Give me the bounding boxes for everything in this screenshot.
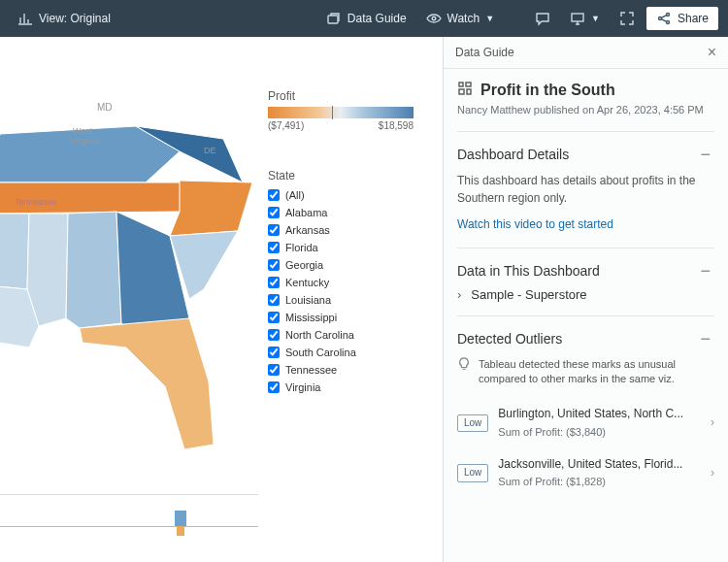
state-filter-item[interactable]: Alabama [268,204,423,221]
state-checkbox[interactable] [268,381,280,393]
outlier-tag: Low [457,464,488,482]
gradient-bar [268,107,414,118]
state-filter-item[interactable]: South Carolina [268,344,423,361]
chevron-right-icon: › [457,287,461,302]
state-checkbox[interactable] [268,224,280,236]
view-label: View: Original [39,12,111,25]
state-filter-item[interactable]: Kentucky [268,274,423,291]
data-in-dashboard-header[interactable]: Data in This Dashboard − [457,262,714,280]
viz-region: MD DE West Virginia Tennessee Profit ($7… [0,37,443,562]
svg-text:MD: MD [97,102,113,113]
color-legend: Profit ($7,491) $18,598 [268,89,423,131]
state-checkbox[interactable] [268,277,280,288]
svg-point-4 [658,17,661,20]
state-filter-item[interactable]: Tennessee [268,361,423,379]
state-arkansas[interactable] [0,214,29,289]
svg-text:Virginia: Virginia [70,136,99,146]
svg-point-5 [666,21,669,24]
svg-rect-12 [466,83,471,86]
state-filter-item[interactable]: Virginia [268,379,423,396]
state-filter-item[interactable]: North Carolina [268,326,423,344]
state-checkbox[interactable] [268,242,280,253]
state-checkbox[interactable] [268,189,280,201]
state-checkbox[interactable] [268,207,280,218]
state-alabama[interactable] [66,212,121,328]
svg-text:Tennessee: Tennessee [15,197,57,207]
legend-min: ($7,491) [268,120,304,131]
chevron-down-icon: ▼ [591,14,600,23]
state-filter-item[interactable]: Mississippi [268,309,423,326]
comment-button[interactable] [527,7,558,30]
watch-button[interactable]: Watch ▼ [418,7,502,30]
data-guide-panel: Data Guide × Profit in the South Nancy M… [443,37,728,562]
lightbulb-icon [457,357,471,387]
svg-rect-14 [467,89,471,94]
secondary-chart[interactable] [0,494,258,552]
outlier-item[interactable]: LowJacksonville, United States, Florid..… [457,448,714,498]
comment-icon [535,11,550,26]
outlier-location: Jacksonville, United States, Florid... [498,456,701,473]
detected-outliers-header[interactable]: Detected Outliers − [457,330,714,347]
dashboard-details-text: This dashboard has details about profits… [457,173,714,207]
panel-title: Profit in the South [480,82,615,99]
data-source-item[interactable]: › Sample - Superstore [457,287,714,302]
bar-positive [175,511,186,526]
dashboard-icon [457,81,473,99]
main-area: MD DE West Virginia Tennessee Profit ($7… [0,37,728,562]
outlier-tag: Low [457,414,488,433]
state-checkbox[interactable] [268,364,280,376]
state-checkbox[interactable] [268,294,280,306]
outlier-note-text: Tableau detected these marks as unusual … [479,357,714,387]
chevron-right-icon: › [711,465,714,481]
collapse-icon: − [696,330,714,347]
video-link[interactable]: Watch this video to get started [457,216,613,233]
legend-title: Profit [268,89,423,103]
svg-text:West: West [73,126,93,136]
outlier-location: Burlington, United States, North C... [498,406,701,422]
svg-rect-13 [459,89,464,94]
collapse-icon: − [696,146,714,163]
state-filter-title: State [268,169,423,182]
legend-max: $18,598 [379,120,414,131]
present-button[interactable]: ▼ [562,7,608,30]
dashboard-details-header[interactable]: Dashboard Details − [457,146,714,163]
state-checkbox[interactable] [268,347,280,358]
data-guide-button[interactable]: Data Guide [318,7,414,30]
guide-icon [326,11,342,26]
fullscreen-icon [619,11,635,26]
close-icon[interactable]: × [708,45,716,60]
state-filter: State (All)AlabamaArkansasFloridaGeorgia… [268,169,423,396]
eye-icon [426,11,442,26]
share-button[interactable]: Share [646,7,718,30]
svg-point-1 [432,17,436,20]
state-florida[interactable] [80,318,214,449]
state-checkbox[interactable] [268,312,280,323]
share-icon [656,11,672,26]
state-filter-item[interactable]: Florida [268,239,423,256]
state-filter-item[interactable]: (All) [268,186,423,204]
chevron-right-icon: › [711,414,714,431]
collapse-icon: − [696,262,714,280]
svg-rect-0 [328,16,338,23]
state-checkbox[interactable] [268,259,280,271]
state-filter-item[interactable]: Louisiana [268,291,423,309]
view-selector[interactable]: View: Original [10,7,118,30]
svg-rect-11 [459,83,463,86]
map-chart[interactable]: MD DE West Virginia Tennessee [0,95,252,464]
svg-point-3 [666,14,669,17]
outlier-value: Sum of Profit: ($1,828) [498,475,701,490]
state-filter-item[interactable]: Arkansas [268,221,423,239]
bar-negative [177,526,184,536]
outlier-item[interactable]: LowBurlington, United States, North C...… [457,398,714,447]
barchart-icon [17,11,33,26]
outlier-value: Sum of Profit: ($3,840) [498,425,701,441]
state-filter-item[interactable]: Georgia [268,256,423,274]
state-north-carolina[interactable] [170,181,252,236]
svg-rect-2 [572,14,583,21]
panel-header-label: Data Guide [455,46,514,59]
state-checkbox[interactable] [268,329,280,341]
chevron-down-icon: ▼ [485,14,494,23]
fullscreen-button[interactable] [612,7,643,30]
svg-text:DE: DE [204,146,216,155]
monitor-icon [570,11,585,26]
